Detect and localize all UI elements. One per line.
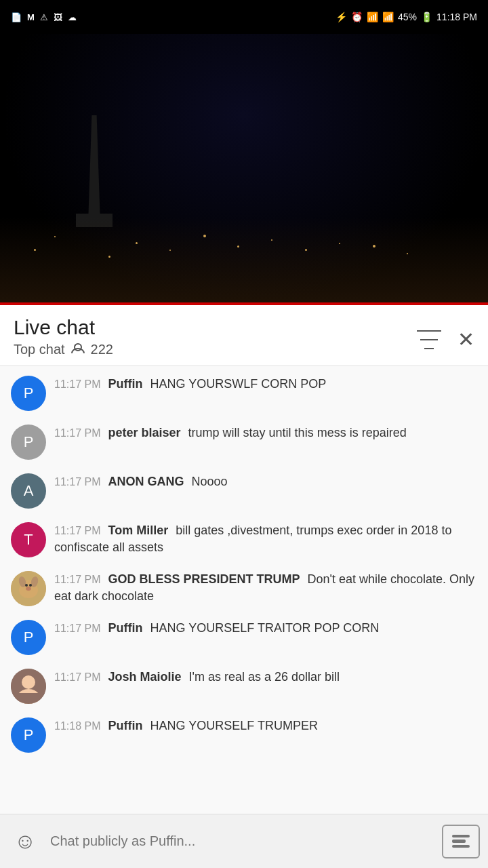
filter-line-3	[424, 348, 434, 349]
light-dot	[373, 245, 375, 248]
time-display: 11:18 PM	[436, 12, 477, 22]
signal-icon: 📶	[382, 12, 394, 22]
battery-percent: 45%	[398, 12, 417, 22]
message-author: GOD BLESS PRESIDENT TRUMP	[108, 572, 300, 586]
message-author: Tom Miller	[108, 524, 169, 537]
message-author: peter blaiser	[108, 426, 181, 439]
avatar-letter: P	[24, 726, 34, 744]
avatar-letter: P	[24, 433, 34, 451]
message-text: trump will stay until this mess is repai…	[188, 426, 407, 439]
avatar	[11, 669, 46, 704]
livechat-subtitle: Top chat 222	[14, 339, 113, 363]
message-content: 11:18 PM Puffin HANG YOURSELF TRUMPER	[54, 717, 477, 734]
chat-input[interactable]	[50, 825, 434, 859]
light-dot	[271, 239, 272, 241]
avatar-letter: P	[24, 629, 34, 646]
message-content: 11:17 PM GOD BLESS PRESIDENT TRUMP Don't…	[54, 571, 477, 605]
chat-input-bar: ☺	[0, 814, 488, 868]
message-content: 11:17 PM Puffin HANG YOURSWLF CORN POP	[54, 376, 477, 393]
avatar-letter: A	[24, 482, 34, 500]
avatar: P	[11, 376, 46, 411]
light-dot	[339, 243, 340, 244]
table-row: P 11:18 PM Puffin HANG YOURSELF TRUMPER	[0, 711, 488, 760]
message-content: 11:17 PM peter blaiser trump will stay u…	[54, 425, 477, 441]
message-text: Noooo	[192, 475, 228, 488]
filter-icon[interactable]	[417, 330, 441, 349]
wifi-icon: 📶	[367, 12, 378, 22]
battery-icon: 🔋	[421, 12, 432, 22]
image-icon: 🖼	[54, 12, 62, 22]
livechat-title: Live chat	[14, 316, 113, 339]
light-dot	[407, 253, 408, 254]
status-icons-left: 📄 M ⚠ 🖼 ☁	[11, 12, 77, 22]
avatar: P	[11, 425, 46, 460]
livechat-section: Live chat Top chat 222 ✕	[0, 305, 488, 823]
message-text: HANG YOURSELF TRAITOR POP CORN	[150, 621, 380, 635]
avatar	[11, 571, 46, 606]
viewer-count: 222	[91, 342, 113, 357]
livechat-header-icons: ✕	[417, 328, 474, 351]
avatar: A	[11, 473, 46, 509]
video-thumbnail	[0, 34, 488, 305]
light-dot	[203, 235, 206, 237]
svg-point-10	[22, 675, 35, 689]
city-lights	[0, 217, 488, 305]
file-icon: 📄	[11, 12, 22, 22]
emoji-button[interactable]: ☺	[8, 825, 42, 859]
svg-point-6	[25, 584, 28, 587]
message-content: 11:17 PM ANON GANG Noooo	[54, 473, 477, 490]
alert-icon: ⚠	[40, 12, 48, 22]
message-author: Josh Maiolie	[108, 670, 182, 684]
table-row: T 11:17 PM Tom Miller bill gates ,divest…	[0, 515, 488, 564]
message-content: 11:17 PM Josh Maiolie I'm as real as a 2…	[54, 669, 477, 686]
svg-point-8	[26, 587, 31, 591]
avatar-letter: T	[24, 531, 33, 549]
bluetooth-icon: ⚡	[336, 12, 347, 22]
video-progress-bar[interactable]	[0, 302, 488, 305]
light-dot	[108, 256, 110, 258]
close-icon[interactable]: ✕	[458, 328, 474, 351]
message-time: 11:17 PM	[54, 574, 100, 585]
livechat-title-group: Live chat Top chat 222	[14, 316, 113, 363]
table-row: P 11:17 PM Puffin HANG YOURSWLF CORN POP	[0, 369, 488, 418]
table-row: 11:17 PM Josh Maiolie I'm as real as a 2…	[0, 662, 488, 711]
status-bar: 📄 M ⚠ 🖼 ☁ ⚡ ⏰ 📶 📶 45% 🔋 11:18 PM	[0, 0, 488, 34]
alarm-icon: ⏰	[351, 12, 363, 22]
avatar: P	[11, 717, 46, 753]
message-author: ANON GANG	[108, 475, 184, 488]
svg-point-7	[29, 584, 32, 587]
viewer-icon	[70, 342, 85, 357]
video-player[interactable]	[0, 34, 488, 305]
svg-rect-12	[11, 693, 46, 704]
message-time: 11:17 PM	[54, 525, 100, 536]
message-time: 11:17 PM	[54, 476, 100, 488]
table-row: P 11:17 PM Puffin HANG YOURSELF TRAITOR …	[0, 613, 488, 662]
send-icon	[452, 835, 470, 848]
avatar-letter: P	[24, 384, 34, 402]
message-text: HANG YOURSWLF CORN POP	[150, 377, 327, 391]
message-author: Puffin	[108, 719, 143, 732]
light-dot	[136, 242, 138, 244]
emoji-icon: ☺	[14, 829, 37, 854]
message-time: 11:17 PM	[54, 378, 100, 390]
filter-line-2	[420, 339, 437, 340]
light-dot	[305, 249, 307, 251]
avatar: P	[11, 620, 46, 655]
table-row: 11:17 PM GOD BLESS PRESIDENT TRUMP Don't…	[0, 564, 488, 613]
light-dot	[169, 250, 171, 251]
message-content: 11:17 PM Puffin HANG YOURSELF TRAITOR PO…	[54, 620, 477, 637]
message-content: 11:17 PM Tom Miller bill gates ,divestme…	[54, 522, 477, 556]
send-button[interactable]	[442, 825, 480, 859]
message-time: 11:17 PM	[54, 623, 100, 634]
m-icon: M	[27, 12, 35, 22]
message-time: 11:17 PM	[54, 427, 100, 439]
livechat-header: Live chat Top chat 222 ✕	[0, 305, 488, 366]
table-row: A 11:17 PM ANON GANG Noooo	[0, 467, 488, 515]
message-time: 11:18 PM	[54, 720, 100, 732]
light-dot	[34, 249, 36, 251]
topchat-label[interactable]: Top chat	[14, 342, 65, 357]
light-dot	[237, 245, 239, 248]
message-text: HANG YOURSELF TRUMPER	[150, 719, 318, 732]
message-author: Puffin	[108, 621, 143, 635]
message-text: I'm as real as a 26 dollar bill	[189, 670, 340, 684]
